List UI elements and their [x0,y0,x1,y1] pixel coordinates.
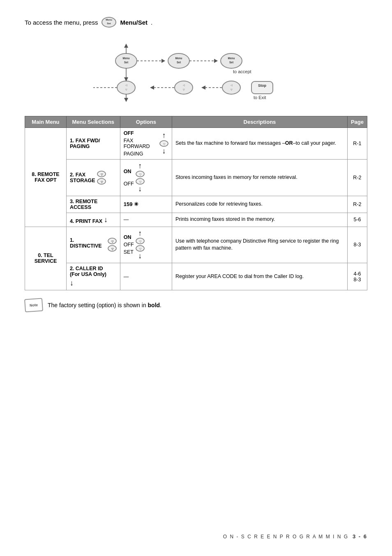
svg-text:▽: ▽ [125,88,127,91]
svg-text:Menu: Menu [175,57,182,60]
options-distinctive: ON OFF SET ↑ ▽ ▽ [120,227,172,263]
options-print-fax: — [120,213,172,227]
menu-sel-distinctive: 1. DISTINCTIVE ▽ ▽ [66,227,120,263]
svg-point-30 [222,81,240,94]
scroll-icon-7: ▽ [108,245,117,252]
svg-text:◁: ◁ [183,84,185,86]
desc-print-fax: Prints incoming faxes stored in the memo… [172,213,348,227]
col-header-menu-sel: Menu Selections [66,116,120,128]
svg-text:▽: ▽ [100,181,103,184]
scroll-icon-4: ▽ [136,170,145,178]
svg-marker-12 [214,59,218,63]
svg-text:to Exit: to Exit [254,95,266,100]
svg-marker-7 [161,59,165,63]
scroll-icon-3: ▽ [97,178,106,185]
svg-text:Menu: Menu [228,57,235,60]
scroll-icon-6: ▽ [108,237,117,245]
table-row: 3. REMOTEACCESS 159 ✳ Personalizes code … [25,196,367,213]
svg-text:Menu: Menu [123,57,130,60]
options-fax-storage: ON OFF ↑ ▽ ▽ [120,160,172,196]
svg-text:◁: ◁ [125,84,127,86]
footer-page: 3 - 6 [353,533,367,540]
menu-sel-fax-fwd: 1. FAX FWD/PAGING [66,128,120,160]
svg-text:Set: Set [177,61,181,64]
scroll-icon-2: ▽ [97,170,106,178]
nav-diagram: Menu Set Menu Set Menu Set to accept ◁ ▽ [89,40,303,106]
menu-sel-print-fax: 4. PRINT FAX ↓ [66,213,120,227]
table-row: 2. CALLER ID(For USA Only) ↓ — Register … [25,263,367,290]
table-row: 0. TEL SERVICE 1. DISTINCTIVE ▽ ▽ [25,227,367,263]
svg-marker-39 [124,98,128,102]
svg-text:▽: ▽ [231,88,233,91]
svg-text:Set: Set [229,61,234,64]
page-fax-storage: R-2 [347,160,367,196]
options-fax-fwd: OFF FAX FORWARD PAGING ↑ ▽ ↓ [120,128,172,160]
desc-fax-storage: Stores incoming faxes in memory for remo… [172,160,348,196]
page-fax-fwd: R-1 [347,128,367,160]
table-row: 2. FAXSTORAGE ▽ ▽ [25,160,367,196]
svg-text:▽: ▽ [111,248,113,251]
intro-section: To access the menu, press Menu Set Menu/… [25,16,367,28]
svg-text:Stop: Stop [258,83,266,88]
table-row: 8. REMOTEFAX OPT 1. FAX FWD/PAGING OFF F… [25,128,367,160]
main-menu-remote-fax: 8. REMOTEFAX OPT [25,128,67,227]
col-header-desc: Descriptions [172,116,348,128]
desc-remote-access: Personalizes code for retrieving faxes. [172,196,348,213]
options-remote-access: 159 ✳ [120,196,172,213]
options-caller-id: — [120,263,172,290]
col-header-main-menu: Main Menu [25,116,67,128]
page-print-fax: 5-6 [347,213,367,227]
svg-text:to accept: to accept [233,69,251,74]
scroll-icon-5: ▽ [136,178,145,185]
svg-marker-29 [150,86,154,90]
svg-point-25 [175,81,193,94]
page-distinctive: 8-3 [347,227,367,263]
footer-label: O N - S C R E E N P R O G R A M M I N G [223,534,348,540]
scroll-icon-8: ▽ [136,237,145,245]
scroll-icon-9: ▽ [136,245,145,252]
page-remote-access: R-2 [347,196,367,213]
svg-text:Set: Set [124,61,129,64]
note-icon: Note [24,298,43,313]
main-menu-tel-service: 0. TEL SERVICE [25,227,67,290]
svg-marker-18 [124,44,128,48]
svg-text:Menu: Menu [106,19,113,21]
svg-text:▽: ▽ [100,173,103,176]
menu-set-label: Menu/Set [120,19,148,26]
svg-text:◁: ◁ [231,84,233,86]
menu-sel-caller-id: 2. CALLER ID(For USA Only) ↓ [66,263,120,290]
svg-point-19 [117,81,135,94]
desc-fax-fwd: Sets the fax machine to forward fax mess… [172,128,348,160]
note-text: The factory setting (option) is shown in… [48,302,161,308]
main-table: Main Menu Menu Selections Options Descri… [25,116,367,290]
note-section: Note The factory setting (option) is sho… [25,299,367,312]
intro-period: . [151,19,152,26]
page-caller-id: 4-68-3 [347,263,367,290]
svg-text:▽: ▽ [183,88,185,91]
table-row: 4. PRINT FAX ↓ — Prints incoming faxes s… [25,213,367,227]
menu-sel-remote-access: 3. REMOTEACCESS [66,196,120,213]
desc-caller-id: Register your AREA CODE to dial from the… [172,263,348,290]
svg-text:▽: ▽ [111,240,113,243]
scroll-icon: ▽ [159,140,168,147]
intro-text: To access the menu, press [25,19,98,26]
svg-marker-34 [201,86,205,90]
menu-set-icon-inline: Menu Set [101,16,117,28]
col-header-page: Page [347,116,367,128]
desc-distinctive: Use with telephone company Distinctive R… [172,227,348,263]
svg-text:Set: Set [107,22,111,25]
page-footer: O N - S C R E E N P R O G R A M M I N G … [25,533,367,540]
menu-sel-fax-storage: 2. FAXSTORAGE ▽ ▽ [66,160,120,196]
col-header-options: Options [120,116,172,128]
page-container: To access the menu, press Menu Set Menu/… [0,0,392,556]
